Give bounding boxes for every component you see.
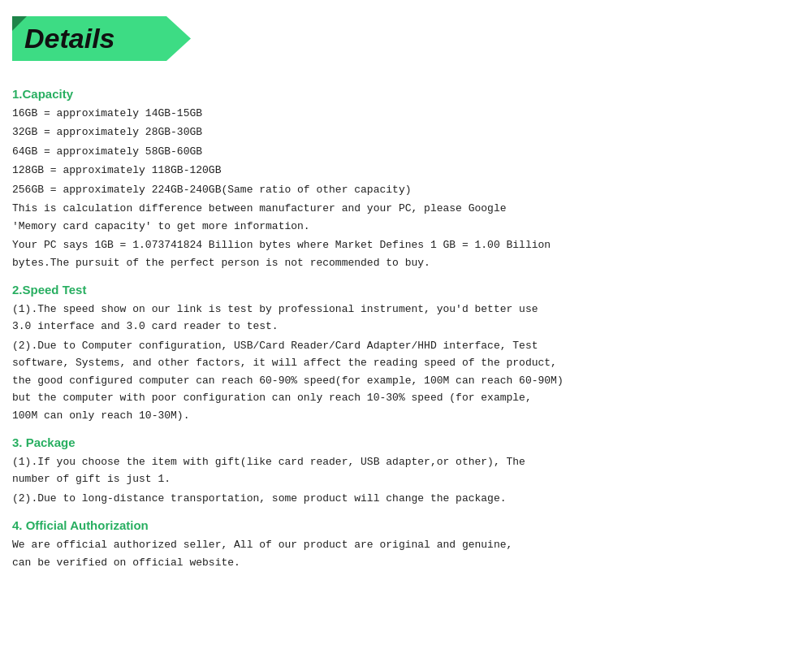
section-para-capacity-4: 256GB = approximately 224GB-240GB(Same r… xyxy=(12,181,800,198)
section-package: 3. Package(1).If you choose the item wit… xyxy=(12,435,800,507)
banner-label: Details xyxy=(24,23,115,54)
section-official-authorization: 4. Official AuthorizationWe are official… xyxy=(12,518,800,571)
section-para-capacity-1: 32GB = approximately 28GB-30GB xyxy=(12,123,800,141)
section-speed-test: 2.Speed Test(1).The speed show on our li… xyxy=(12,283,800,424)
section-para-capacity-2: 64GB = approximately 58GB-60GB xyxy=(12,143,800,160)
corner-decoration xyxy=(12,16,27,31)
details-banner: Details xyxy=(12,16,191,61)
banner-shape: Details xyxy=(12,16,191,61)
sections-container: 1.Capacity16GB = approximately 14GB-15GB… xyxy=(12,87,800,571)
section-para-package-1: (2).Due to long-distance transportation,… xyxy=(12,490,800,507)
section-heading-package: 3. Package xyxy=(12,435,800,449)
section-heading-official-authorization: 4. Official Authorization xyxy=(12,518,800,532)
section-para-capacity-0: 16GB = approximately 14GB-15GB xyxy=(12,105,800,122)
section-para-speed-test-0: (1).The speed show on our link is test b… xyxy=(12,301,800,336)
section-para-package-0: (1).If you choose the item with gift(lik… xyxy=(12,453,800,488)
section-para-capacity-3: 128GB = approximately 118GB-120GB xyxy=(12,162,800,179)
section-para-official-authorization-0: We are official authorized seller, All o… xyxy=(12,536,800,571)
section-para-capacity-6: Your PC says 1GB = 1.073741824 Billion b… xyxy=(12,236,800,271)
section-para-speed-test-1: (2).Due to Computer configuration, USB/C… xyxy=(12,337,800,424)
section-para-capacity-5: This is calculation difference between m… xyxy=(12,200,800,235)
section-heading-capacity: 1.Capacity xyxy=(12,87,800,101)
section-capacity: 1.Capacity16GB = approximately 14GB-15GB… xyxy=(12,87,800,271)
page-container: Details 1.Capacity16GB = approximately 1… xyxy=(0,0,812,654)
section-heading-speed-test: 2.Speed Test xyxy=(12,283,800,297)
